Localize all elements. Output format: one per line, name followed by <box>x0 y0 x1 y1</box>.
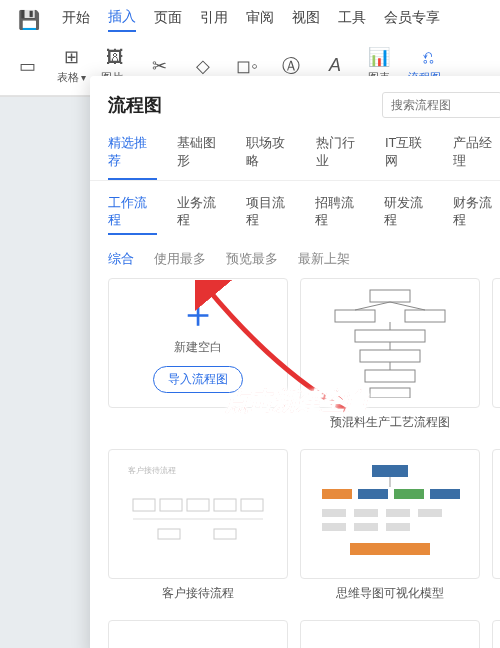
svg-rect-5 <box>365 370 415 382</box>
sort-overall[interactable]: 综合 <box>108 251 134 268</box>
table-button[interactable]: ⊞ 表格▾ <box>56 46 86 85</box>
save-icon[interactable]: 💾 <box>14 9 44 31</box>
cover-button[interactable]: ▭ <box>12 55 42 77</box>
shapes-icon[interactable]: ◇ <box>188 55 218 77</box>
svg-rect-38 <box>350 543 430 555</box>
plus-icon: ＋ <box>178 293 218 333</box>
template-card-new[interactable]: ＋ 新建空白 导入流程图 <box>108 278 288 437</box>
template-card[interactable]: 团队协 <box>492 449 500 608</box>
flowchart-panel: 流程图 精选推荐 基础图形 职场攻略 热门行业 IT互联网 产品经理 工作流程 … <box>90 76 500 648</box>
template-card[interactable]: 思维导图可视化模型 <box>300 449 480 608</box>
svg-rect-27 <box>322 489 352 499</box>
panel-title: 流程图 <box>108 93 162 117</box>
svg-rect-6 <box>370 388 410 398</box>
sort-used[interactable]: 使用最多 <box>154 251 206 268</box>
svg-line-7 <box>355 302 390 310</box>
svg-rect-35 <box>322 523 346 531</box>
template-card[interactable]: 流程图, <box>492 278 500 437</box>
subcat-business[interactable]: 业务流程 <box>177 195 226 235</box>
svg-rect-3 <box>355 330 425 342</box>
menu-vip[interactable]: 会员专享 <box>384 9 440 31</box>
svg-line-8 <box>390 302 425 310</box>
svg-rect-34 <box>418 509 442 517</box>
wordart-icon[interactable]: A <box>320 55 350 76</box>
template-caption: 思维导图可视化模型 <box>300 579 480 608</box>
menu-review[interactable]: 审阅 <box>246 9 274 31</box>
template-caption: 客户接待流程 <box>108 579 288 608</box>
svg-rect-30 <box>430 489 460 499</box>
svg-rect-4 <box>360 350 420 362</box>
svg-rect-31 <box>322 509 346 517</box>
svg-rect-26 <box>372 465 408 477</box>
shape-group-icon[interactable]: ◻◦ <box>232 55 262 77</box>
cat-industry[interactable]: 热门行业 <box>316 134 365 180</box>
svg-rect-25 <box>214 529 236 539</box>
search-input[interactable] <box>382 92 500 118</box>
svg-rect-21 <box>214 499 236 511</box>
menu-tools[interactable]: 工具 <box>338 9 366 31</box>
template-caption: 流程图, <box>492 408 500 437</box>
textbox-icon[interactable]: Ⓐ <box>276 54 306 78</box>
template-card[interactable]: ... <box>492 620 500 648</box>
cat-pm[interactable]: 产品经理 <box>453 134 500 180</box>
template-card[interactable]: 预混料生产工艺流程图 <box>300 278 480 437</box>
subcat-work[interactable]: 工作流程 <box>108 195 157 235</box>
subcat-project[interactable]: 项目流程 <box>246 195 295 235</box>
import-flowchart-button[interactable]: 导入流程图 <box>153 366 243 393</box>
menu-insert[interactable]: 插入 <box>108 8 136 32</box>
subcat-finance[interactable]: 财务流程 <box>453 195 500 235</box>
svg-rect-1 <box>335 310 375 322</box>
cat-it[interactable]: IT互联网 <box>385 134 433 180</box>
svg-rect-20 <box>187 499 209 511</box>
menu-page[interactable]: 页面 <box>154 9 182 31</box>
menu-view[interactable]: 视图 <box>292 9 320 31</box>
new-blank-label: 新建空白 <box>174 339 222 356</box>
svg-rect-19 <box>160 499 182 511</box>
template-caption: 预混料生产工艺流程图 <box>300 408 480 437</box>
template-card[interactable]: ... <box>108 620 288 648</box>
svg-rect-33 <box>386 509 410 517</box>
svg-rect-24 <box>158 529 180 539</box>
menu-reference[interactable]: 引用 <box>200 9 228 31</box>
sort-preview[interactable]: 预览最多 <box>226 251 278 268</box>
svg-rect-18 <box>133 499 155 511</box>
svg-rect-22 <box>241 499 263 511</box>
svg-rect-37 <box>386 523 410 531</box>
sort-newest[interactable]: 最新上架 <box>298 251 350 268</box>
svg-text:客户接待流程: 客户接待流程 <box>128 466 176 475</box>
template-caption: 团队协 <box>492 579 500 608</box>
subcat-rd[interactable]: 研发流程 <box>384 195 433 235</box>
template-card[interactable]: 客户接待流程 客户接待流程 <box>108 449 288 608</box>
subcat-recruit[interactable]: 招聘流程 <box>315 195 364 235</box>
svg-rect-28 <box>358 489 388 499</box>
svg-rect-36 <box>354 523 378 531</box>
svg-rect-32 <box>354 509 378 517</box>
template-card[interactable]: ... <box>300 620 480 648</box>
svg-rect-0 <box>370 290 410 302</box>
menu-start[interactable]: 开始 <box>62 9 90 31</box>
svg-rect-2 <box>405 310 445 322</box>
cut-icon[interactable]: ✂ <box>144 55 174 77</box>
cat-basic[interactable]: 基础图形 <box>177 134 226 180</box>
cat-featured[interactable]: 精选推荐 <box>108 134 157 180</box>
cat-workplace[interactable]: 职场攻略 <box>246 134 295 180</box>
svg-rect-29 <box>394 489 424 499</box>
